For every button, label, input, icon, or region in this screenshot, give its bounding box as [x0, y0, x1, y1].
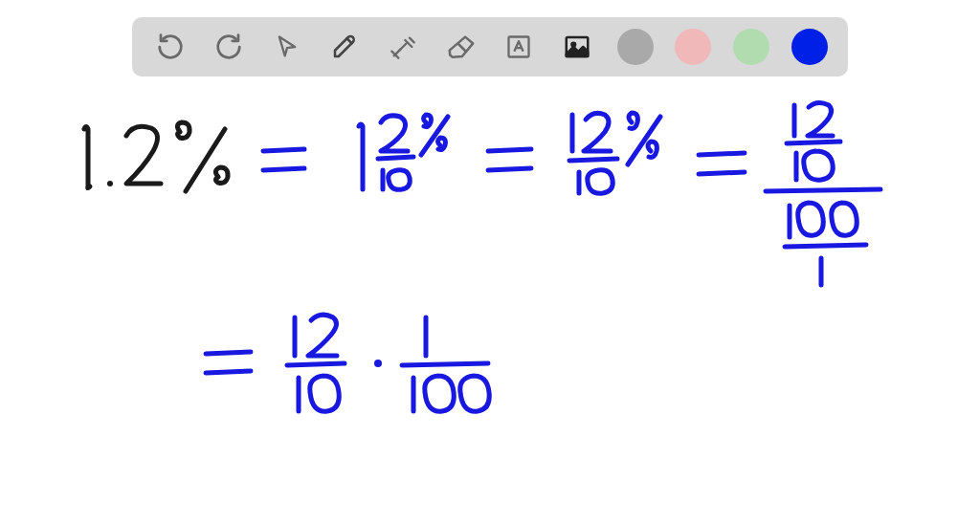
pen-icon	[330, 33, 359, 61]
image-icon	[563, 33, 591, 61]
cursor-icon	[274, 33, 301, 60]
cursor-button[interactable]	[269, 29, 305, 65]
text-button[interactable]	[501, 29, 537, 65]
tools-button[interactable]	[385, 29, 421, 65]
color-gray-button[interactable]	[617, 29, 654, 65]
undo-button[interactable]	[152, 29, 189, 65]
color-green-button[interactable]	[733, 29, 769, 65]
color-blue-button[interactable]	[791, 29, 828, 65]
image-button[interactable]	[559, 29, 595, 65]
undo-icon	[156, 33, 185, 61]
tools-icon	[390, 33, 416, 60]
svg-line-1	[457, 43, 466, 52]
color-pink-button[interactable]	[675, 29, 711, 65]
redo-icon	[214, 33, 243, 61]
svg-line-0	[347, 38, 352, 43]
pen-button[interactable]	[326, 29, 363, 65]
svg-point-5	[107, 181, 113, 186]
whiteboard-canvas[interactable]	[0, 76, 980, 524]
text-icon	[505, 33, 532, 60]
toolbar	[132, 17, 848, 76]
svg-point-6	[374, 360, 382, 367]
redo-button[interactable]	[211, 29, 247, 65]
eraser-button[interactable]	[443, 29, 479, 65]
eraser-icon	[447, 33, 476, 61]
handwriting-ink	[0, 76, 980, 524]
